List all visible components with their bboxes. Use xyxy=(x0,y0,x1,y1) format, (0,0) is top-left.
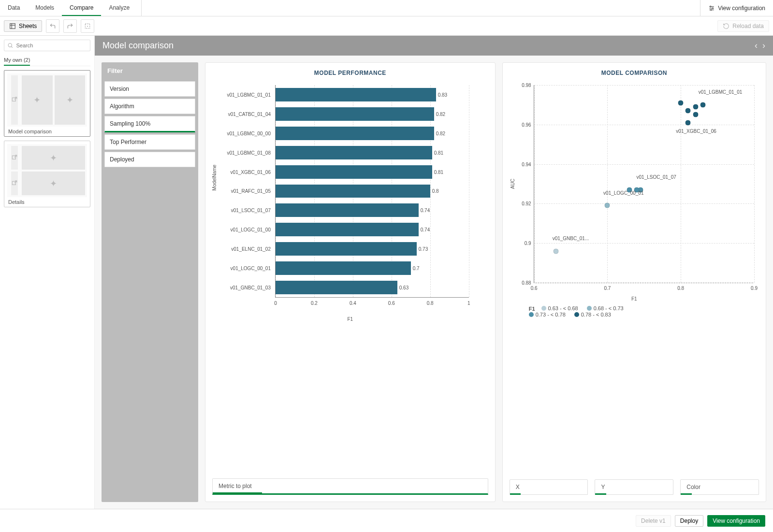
sidebar-tabs: My own (2) xyxy=(4,55,90,66)
filter-item[interactable]: Sampling 100% xyxy=(104,116,195,132)
bar[interactable] xyxy=(276,127,434,140)
topnav-tab-models[interactable]: Models xyxy=(28,0,62,16)
bar-row[interactable]: v01_LOGC_01_000.74 xyxy=(276,220,469,239)
redo-button[interactable] xyxy=(63,19,77,33)
point-label: v01_XGBC_01_06 xyxy=(676,129,716,134)
bar[interactable] xyxy=(276,146,432,159)
bar-row[interactable]: v01_LGBMC_01_080.81 xyxy=(276,143,469,162)
card-title: MODEL COMPARISON xyxy=(510,70,759,76)
x-tick: 0.6 xyxy=(531,286,538,291)
filter-item[interactable]: Version xyxy=(104,81,195,97)
bar-category-label: v01_LGBMC_00_00 xyxy=(227,130,271,136)
scatter-chart[interactable]: AUC F1 0.880.90.920.940.960.980.60.70.80… xyxy=(510,80,759,302)
bar[interactable] xyxy=(276,242,417,256)
sheet-card-model-comparison[interactable]: ✦ ✦ Model comparison xyxy=(4,70,90,137)
topnav-tab-data[interactable]: Data xyxy=(0,0,28,16)
x-tick: 0.9 xyxy=(751,286,758,291)
legend-item: 0.68 - < 0.73 xyxy=(587,305,624,311)
bar[interactable] xyxy=(276,281,397,294)
bar-category-label: v01_CATBC_01_04 xyxy=(228,111,271,116)
card-title: MODEL PERFORMANCE xyxy=(212,70,488,76)
color-control-label: Color xyxy=(686,484,700,490)
undo-button[interactable] xyxy=(46,19,59,33)
search-input[interactable] xyxy=(16,43,87,48)
filter-item[interactable]: Deployed xyxy=(104,152,195,167)
scatter-point[interactable] xyxy=(605,203,610,208)
sheet-card-details[interactable]: ✦ ✦ Details xyxy=(4,141,90,207)
bar-chart[interactable]: ModelName F1 00.20.40.60.81v01_LGBMC_01_… xyxy=(212,80,488,322)
point-label: v01_LSOC_01_07 xyxy=(637,174,676,180)
search-input-wrap[interactable] xyxy=(4,40,90,51)
filter-item[interactable]: Algorithm xyxy=(104,99,195,114)
bar[interactable] xyxy=(276,88,436,101)
topnav-tab-analyze[interactable]: Analyze xyxy=(101,0,137,16)
legend-item: 0.78 - < 0.83 xyxy=(574,312,611,317)
selection-icon xyxy=(84,23,91,29)
metric-to-plot-dropdown[interactable]: Metric to plot xyxy=(212,478,488,495)
bar-row[interactable]: v01_RAFC_01_050.8 xyxy=(276,182,469,201)
svg-rect-13 xyxy=(12,98,15,101)
footer: Delete v1 Deploy View configuration xyxy=(0,509,773,532)
sheets-button[interactable]: Sheets xyxy=(4,20,42,32)
sidebar-tab-myown[interactable]: My own (2) xyxy=(4,55,30,66)
selection-tool-button[interactable] xyxy=(81,19,94,33)
delete-button[interactable]: Delete v1 xyxy=(636,515,671,527)
divider xyxy=(141,0,142,16)
bar[interactable] xyxy=(276,261,411,275)
color-dropdown[interactable]: Color xyxy=(680,479,759,495)
scatter-point[interactable] xyxy=(685,120,691,125)
content: Model comparison ‹ › Filter VersionAlgor… xyxy=(95,36,773,509)
bar-value-label: 0.74 xyxy=(421,227,430,232)
model-performance-card: MODEL PERFORMANCE ModelName F1 00.20.40.… xyxy=(205,62,496,502)
bar-value-label: 0.82 xyxy=(436,111,445,116)
scatter-point[interactable] xyxy=(554,248,559,254)
bar[interactable] xyxy=(276,203,419,217)
x-tick: 0.8 xyxy=(677,286,684,291)
sidebar: My own (2) ✦ ✦ Model comparison ✦ ✦ xyxy=(0,36,95,509)
bar-category-label: v01_ELNC_01_02 xyxy=(231,246,271,252)
next-sheet-button[interactable]: › xyxy=(762,41,765,51)
topnav-tab-compare[interactable]: Compare xyxy=(62,0,101,16)
scatter-point[interactable] xyxy=(685,108,691,114)
bar-row[interactable]: v01_GNBC_01_030.63 xyxy=(276,278,469,297)
svg-point-11 xyxy=(8,43,12,47)
bar-row[interactable]: v01_CATBC_01_040.82 xyxy=(276,104,469,124)
bar[interactable] xyxy=(276,107,434,121)
bar-row[interactable]: v01_LSOC_01_070.74 xyxy=(276,201,469,220)
bar-row[interactable]: v01_LOGC_00_010.7 xyxy=(276,259,469,278)
y-tick: 0.88 xyxy=(522,280,531,286)
search-icon xyxy=(7,42,13,49)
bar[interactable] xyxy=(276,185,430,198)
view-configuration-button[interactable]: View configuration xyxy=(707,515,765,527)
export-icon xyxy=(11,180,18,187)
filter-item[interactable]: Top Performer xyxy=(104,134,195,150)
x-axis-dropdown[interactable]: X xyxy=(510,479,588,495)
y-axis-dropdown[interactable]: Y xyxy=(595,479,673,495)
sliders-icon xyxy=(708,5,715,12)
reload-icon xyxy=(723,23,729,29)
svg-line-12 xyxy=(11,46,13,48)
deploy-button[interactable]: Deploy xyxy=(675,515,703,527)
scatter-point[interactable] xyxy=(678,100,684,105)
bar-value-label: 0.7 xyxy=(413,266,420,271)
bar[interactable] xyxy=(276,223,419,236)
bar-value-label: 0.81 xyxy=(434,150,443,155)
bar-value-label: 0.74 xyxy=(421,208,430,213)
bar[interactable] xyxy=(276,165,432,179)
reload-data-button[interactable]: Reload data xyxy=(717,20,769,32)
scatter-point[interactable] xyxy=(700,102,705,107)
scatter-point[interactable] xyxy=(693,104,698,109)
bar-row[interactable]: v01_ELNC_01_020.73 xyxy=(276,239,469,259)
scatter-point[interactable] xyxy=(693,112,698,117)
export-icon xyxy=(11,155,18,161)
x-axis-label: F1 xyxy=(347,316,353,322)
bar-row[interactable]: v01_LGBMC_01_010.83 xyxy=(276,85,469,104)
bar-row[interactable]: v01_XGBC_01_060.81 xyxy=(276,162,469,182)
bar-row[interactable]: v01_LGBMC_00_000.82 xyxy=(276,124,469,143)
view-configuration-link[interactable]: View configuration xyxy=(700,0,773,16)
y-control-label: Y xyxy=(601,484,605,490)
prev-sheet-button[interactable]: ‹ xyxy=(755,41,758,51)
legend-item: 0.73 - < 0.78 xyxy=(529,312,566,317)
filter-panel: Filter VersionAlgorithmSampling 100%Top … xyxy=(102,62,198,502)
sheet-thumbnail: ✦ ✦ xyxy=(7,73,87,127)
